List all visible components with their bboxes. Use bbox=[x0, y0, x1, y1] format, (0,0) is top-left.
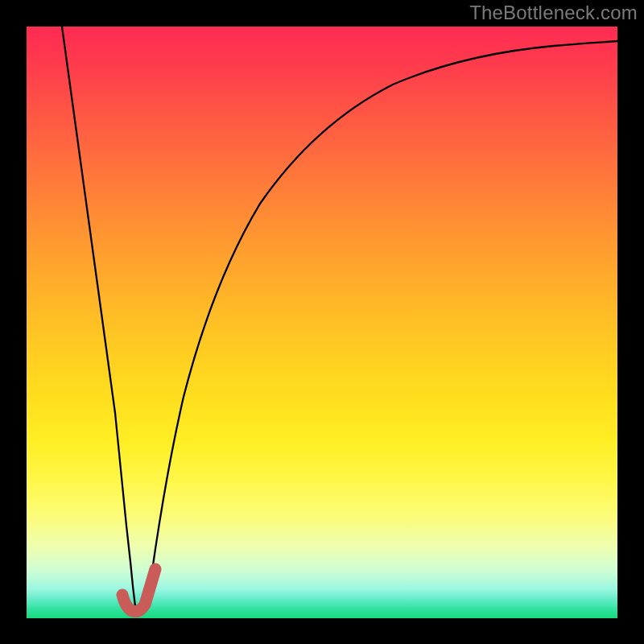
curve-layer bbox=[27, 27, 617, 618]
minimum-check-icon bbox=[122, 569, 155, 612]
right-ascending-curve bbox=[148, 41, 617, 600]
plot-area bbox=[27, 27, 617, 618]
left-descending-curve bbox=[62, 27, 135, 606]
watermark-text: TheBottleneck.com bbox=[469, 2, 638, 24]
chart-stage: TheBottleneck.com bbox=[0, 0, 644, 644]
